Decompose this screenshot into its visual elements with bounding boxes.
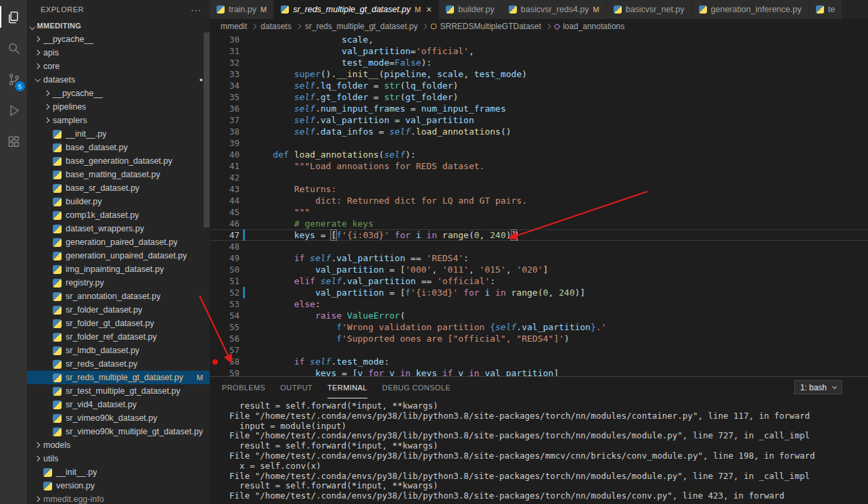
tree-item[interactable]: sr_vid4_dataset.py	[27, 398, 210, 411]
tree-item[interactable]: version.py	[27, 479, 210, 492]
tree-item[interactable]: generation_paired_dataset.py	[27, 235, 210, 249]
tree-item[interactable]: core	[27, 60, 210, 73]
tree-item[interactable]: utils	[27, 452, 210, 465]
gutter: 55	[210, 321, 245, 333]
tree-item[interactable]: registry.py	[27, 276, 210, 290]
gutter: 45	[210, 206, 245, 218]
editor-tab[interactable]: builder.py	[439, 0, 502, 19]
code-text: # generate keys	[245, 218, 373, 229]
tree-item[interactable]: sr_vimeo90k_dataset.py	[27, 411, 210, 425]
breadcrumb-label: load_annotations	[563, 22, 624, 31]
tree-item[interactable]: sr_annotation_dataset.py	[27, 290, 210, 303]
tree-item[interactable]: datasets●	[27, 73, 210, 87]
panel-tab-output[interactable]: OUTPUT	[280, 377, 313, 398]
explorer-icon[interactable]	[0, 1, 27, 32]
panel-tab-problems[interactable]: PROBLEMS	[222, 377, 265, 398]
tree-item-label: sr_folder_ref_dataset.py	[66, 332, 157, 342]
tree-item[interactable]: pipelines	[27, 100, 210, 114]
breadcrumb-item[interactable]: SRREDSMultipleGTDataset	[431, 22, 541, 31]
gutter: 48	[210, 241, 245, 252]
extensions-icon[interactable]	[0, 126, 27, 157]
breadcrumb-label: datasets	[260, 22, 291, 31]
tree-item[interactable]: img_inpainting_dataset.py	[27, 262, 210, 276]
editor-tab[interactable]: basicvsr_net.py	[607, 0, 692, 19]
tree-item[interactable]: base_matting_dataset.py	[27, 168, 210, 181]
sidebar-scrollbar[interactable]	[204, 32, 210, 227]
more-actions-icon[interactable]: ···	[191, 5, 202, 15]
tree-item[interactable]: __pycache__	[27, 32, 210, 46]
tree-item-label: core	[43, 62, 60, 71]
tree-item[interactable]: sr_test_multiple_gt_dataset.py	[27, 384, 210, 398]
line-number: 39	[220, 137, 242, 149]
terminal-line: File "/home/test/.conda/envs/py38/lib/py…	[219, 411, 868, 421]
gutter: 47	[210, 229, 245, 241]
python-file-icon	[53, 346, 62, 355]
close-icon[interactable]: ×	[426, 5, 432, 14]
tree-item[interactable]: sr_folder_gt_dataset.py	[27, 317, 210, 330]
breadcrumb-item[interactable]: sr_reds_multiple_gt_dataset.py	[305, 22, 418, 31]
tree-item[interactable]: sr_folder_ref_dataset.py	[27, 330, 210, 344]
breadcrumb-label: mmedit	[221, 22, 247, 31]
editor-tab[interactable]: sr_reds_multiple_gt_dataset.pyM×	[274, 0, 439, 19]
terminal-output[interactable]: result = self.forward(*input, **kwargs) …	[210, 401, 868, 504]
breakpoint-icon[interactable]	[210, 359, 220, 365]
gutter: 44	[210, 195, 245, 206]
tree-item[interactable]: mmedit.egg-info	[27, 492, 210, 504]
editor-tab[interactable]: basicvsr_reds4.pyM	[502, 0, 607, 19]
tree-item[interactable]: sr_reds_multiple_gt_dataset.pyM	[27, 371, 210, 384]
code-text: val_partition = [f'{i:03d}' for i in ran…	[245, 287, 585, 298]
run-debug-icon[interactable]	[0, 95, 27, 126]
panel-tab-debug-console[interactable]: DEBUG CONSOLE	[382, 377, 451, 398]
tree-item[interactable]: apis	[27, 46, 210, 60]
terminal-shell-select[interactable]: 1: bash	[794, 380, 842, 394]
gutter: 46	[210, 218, 245, 229]
chevron-right-icon	[545, 24, 551, 29]
editor-tab[interactable]: te	[809, 0, 842, 19]
explorer-section-mmediting[interactable]: MMEDITING	[27, 19, 210, 32]
tree-item[interactable]: models	[27, 438, 210, 452]
code-line: 43 Returns:	[210, 183, 868, 195]
tree-item[interactable]: base_sr_dataset.py	[27, 181, 210, 195]
tree-item-label: __init__.py	[66, 129, 106, 139]
breadcrumb-item[interactable]: mmedit	[221, 22, 247, 31]
python-file-icon	[446, 5, 454, 14]
tree-item[interactable]: base_generation_dataset.py	[27, 154, 210, 168]
tree-item-label: sr_vimeo90k_multiple_gt_dataset.py	[66, 427, 203, 436]
tree-item[interactable]: __pycache__	[27, 87, 210, 100]
python-file-icon	[53, 360, 62, 369]
tree-item[interactable]: __init__.py	[27, 127, 210, 141]
tree-item[interactable]: __init__.py	[27, 465, 210, 479]
tree-item[interactable]: builder.py	[27, 195, 210, 208]
terminal-line: File "/home/test/.conda/envs/py38/lib/py…	[219, 431, 868, 441]
search-icon[interactable]	[0, 32, 27, 64]
chevron-down-icon	[30, 22, 35, 30]
line-number: 44	[220, 195, 242, 206]
gutter: 58	[210, 356, 245, 367]
code-line: 38 self.data_infos = self.load_annotatio…	[210, 126, 868, 137]
tree-item[interactable]: generation_unpaired_dataset.py	[27, 249, 210, 262]
python-file-icon	[53, 211, 62, 220]
editor-tab[interactable]: generation_inference.py	[692, 0, 809, 19]
tree-item[interactable]: dataset_wrappers.py	[27, 222, 210, 235]
code-editor[interactable]: 30 scale,31 val_partition='official',32 …	[210, 34, 868, 376]
tree-item[interactable]: sr_lmdb_dataset.py	[27, 344, 210, 357]
source-control-icon[interactable]: 5	[0, 64, 27, 95]
editor-tab[interactable]: train.pyM	[210, 0, 274, 19]
tree-item[interactable]: sr_reds_dataset.py	[27, 357, 210, 371]
tree-item[interactable]: comp1k_dataset.py	[27, 208, 210, 222]
python-file-icon	[53, 428, 62, 436]
breadcrumb-item[interactable]: load_annotations	[555, 22, 624, 31]
panel-tab-terminal[interactable]: TERMINAL	[327, 377, 367, 398]
line-number: 45	[220, 206, 242, 218]
code-text: dict: Returned dict for LQ and GT pairs.	[245, 195, 527, 206]
python-file-icon	[509, 5, 517, 14]
tree-item[interactable]: sr_vimeo90k_multiple_gt_dataset.py	[27, 425, 210, 438]
terminal-line: result = self.forward(*input, **kwargs)	[219, 441, 868, 451]
tree-item[interactable]: sr_folder_dataset.py	[27, 303, 210, 317]
python-file-icon	[53, 157, 62, 166]
terminal-line: x = self.conv(x)	[219, 461, 868, 472]
tree-item[interactable]: samplers	[27, 114, 210, 127]
tree-item-label: base_matting_dataset.py	[66, 170, 160, 179]
tree-item[interactable]: base_dataset.py	[27, 141, 210, 154]
breadcrumb-item[interactable]: datasets	[260, 22, 291, 31]
